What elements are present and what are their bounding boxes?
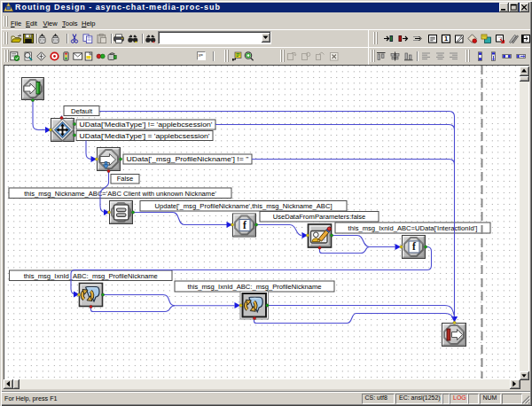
svg-text:Update['_msg_ProfileNickname',: Update['_msg_ProfileNickname',this_msg_N… [155, 202, 332, 210]
svg-text:this_msg_Nickname_ABC='ABC Cli: this_msg_Nickname_ABC='ABC Client with u… [24, 190, 216, 198]
svg-text:Default: Default [71, 107, 93, 115]
svg-text:UData['MediaType'] != 'applebc: UData['MediaType'] != 'applebcsession' [80, 121, 214, 129]
svg-text:f: f [243, 220, 246, 230]
svg-text:UData['_msg_ProfileNickname']: UData['_msg_ProfileNickname'] != '' [127, 155, 250, 163]
svg-text:False: False [117, 175, 134, 183]
svg-text:this_msg_IxnId_ABC=UData['Inte: this_msg_IxnId_ABC=UData['InteractionId'… [348, 224, 478, 232]
svg-text:UseDataFromParameters:false: UseDataFromParameters:false [273, 213, 366, 221]
svg-text:this_msg_IxnId_ABC:_msg_Profil: this_msg_IxnId_ABC:_msg_ProfileNickname [24, 272, 158, 280]
svg-text:f: f [412, 241, 416, 252]
svg-text:UData['MediaType'] = 'applebcs: UData['MediaType'] = 'applebcsession' [80, 132, 211, 140]
svg-text:this_msg_IxnId_ABC:_msg_Profil: this_msg_IxnId_ABC:_msg_ProfileNickname [187, 283, 321, 291]
